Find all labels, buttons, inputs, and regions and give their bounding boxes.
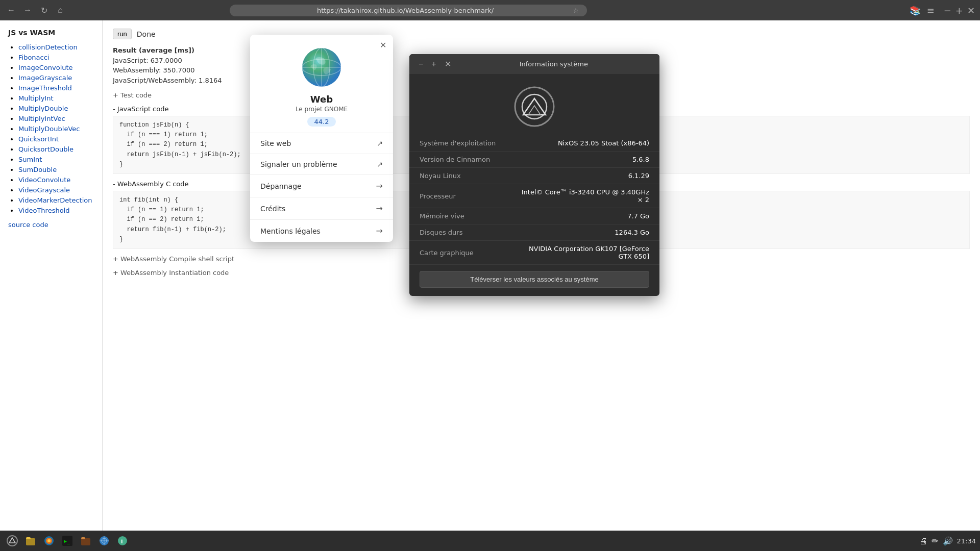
about-close-button[interactable]: ✕ [377, 39, 389, 51]
fibonacci-link[interactable]: Fibonacci [18, 54, 49, 61]
sumdouble-link[interactable]: SumDouble [18, 166, 57, 173]
svg-rect-15 [81, 538, 90, 545]
minimize-window-icon[interactable]: − [944, 5, 951, 16]
list-item: MultiplyIntVec [18, 114, 94, 122]
list-item: MultiplyDoubleVec [18, 124, 94, 133]
row-label: Système d'exploitation [409, 135, 509, 152]
list-item: SumInt [18, 155, 94, 163]
close-window-icon[interactable]: ✕ [967, 5, 975, 16]
bookmark-icon[interactable]: ☆ [573, 7, 579, 14]
hamburger-icon[interactable]: ≡ [927, 5, 935, 16]
about-report-item[interactable]: Signaler un problème ↗ [250, 154, 393, 174]
multiplydouble-link[interactable]: MultiplyDouble [18, 105, 68, 112]
address-bar[interactable]: https://takahirox.github.io/WebAssembly-… [230, 5, 587, 16]
row-label: Processeur [409, 184, 509, 208]
source-code-link[interactable]: source code [8, 221, 48, 229]
home-button[interactable]: ⌂ [54, 4, 66, 16]
quicksortdouble-link[interactable]: QuicksortDouble [18, 145, 74, 153]
sysinfo-maximize-button[interactable]: + [428, 58, 439, 70]
table-row: Version de Cinnamon 5.6.8 [409, 152, 659, 168]
upload-button[interactable]: Téléverser les valeurs associés au systè… [420, 271, 649, 288]
maximize-window-icon[interactable]: + [955, 5, 963, 16]
about-legal-item[interactable]: Mentions légales → [250, 219, 393, 242]
multiplydoublevec-link[interactable]: MultiplyDoubleVec [18, 125, 80, 133]
site-web-icon: ↗ [377, 139, 383, 147]
imagethreshold-link[interactable]: ImageThreshold [18, 84, 72, 92]
run-bar: run Done [113, 29, 970, 39]
videoconvolute-link[interactable]: VideoConvolute [18, 176, 70, 184]
firefox-taskbar-icon[interactable] [41, 533, 57, 549]
sumint-link[interactable]: SumInt [18, 156, 42, 163]
imagegrayscale-link[interactable]: ImageGrayscale [18, 74, 72, 82]
imageconvolute-link[interactable]: ImageConvolute [18, 64, 73, 71]
edit-icon[interactable]: ✏ [932, 536, 938, 546]
sidebar-title: JS vs WASM [8, 29, 94, 37]
report-label: Signaler un problème [260, 160, 337, 168]
collision-link[interactable]: collisionDetection [18, 43, 78, 51]
about-app-name: Web [310, 94, 333, 105]
list-item: ImageThreshold [18, 84, 94, 92]
sysinfo-dialog: − + ✕ Information système Système d'expl… [409, 54, 659, 296]
list-item: collisionDetection [18, 43, 94, 51]
table-row: Mémoire vive 7.7 Go [409, 208, 659, 224]
sysinfo-minimize-button[interactable]: − [415, 58, 426, 70]
sysinfo-win-btns: − + ✕ [415, 58, 454, 70]
videograyscale-link[interactable]: VideoGrayscale [18, 186, 70, 194]
taskbar: ▶_ i 🖨 ✏ 🔊 21:34 [0, 531, 980, 551]
row-label: Disques durs [409, 224, 509, 241]
legal-arrow-icon: → [376, 226, 383, 236]
svg-point-5 [515, 87, 554, 126]
cinnamon-logo [514, 86, 555, 127]
sysinfo-table: Système d'exploitation NixOS 23.05 Stoat… [409, 135, 659, 265]
multiplyintvec-link[interactable]: MultiplyIntVec [18, 115, 65, 122]
web-browser-taskbar-icon[interactable] [96, 533, 112, 549]
window-controls: − + ✕ [939, 5, 975, 16]
row-label: Mémoire vive [409, 208, 509, 224]
about-app-subtitle: Le projet GNOME [296, 106, 348, 113]
status-text: Done [137, 30, 156, 38]
list-item: MultiplyInt [18, 94, 94, 102]
table-row: Processeur Intel© Core™ i3-3240 CPU @ 3.… [409, 184, 659, 208]
forward-button[interactable]: → [21, 4, 34, 16]
multiplyint-link[interactable]: MultiplyInt [18, 94, 54, 102]
videomarkerdetection-link[interactable]: VideoMarkerDetection [18, 196, 92, 204]
row-label: Version de Cinnamon [409, 152, 509, 168]
table-row: Noyau Linux 6.1.29 [409, 168, 659, 184]
info-taskbar-icon[interactable]: i [114, 533, 131, 549]
about-dialog: ✕ Web Le projet GNOME 44.2 Site [250, 35, 393, 242]
sysinfo-logo [409, 74, 659, 135]
sysinfo-title: Information système [454, 60, 653, 68]
svg-text:▶_: ▶_ [64, 538, 70, 544]
about-header: Web Le projet GNOME 44.2 [250, 35, 393, 133]
svg-rect-16 [81, 537, 85, 539]
quicksortint-link[interactable]: QuicksortInt [18, 135, 59, 143]
site-web-label: Site web [260, 139, 291, 147]
table-row: Carte graphique NVIDIA Corporation GK107… [409, 241, 659, 265]
row-value: 7.7 Go [509, 208, 659, 224]
about-site-web-item[interactable]: Site web ↗ [250, 133, 393, 154]
list-item: QuicksortInt [18, 135, 94, 143]
library-icon[interactable]: 📚 [910, 5, 921, 16]
files-taskbar-icon[interactable] [78, 533, 94, 549]
print-icon[interactable]: 🖨 [919, 536, 927, 546]
list-item: ImageGrayscale [18, 73, 94, 82]
svg-text:i: i [121, 537, 123, 545]
about-credits-item[interactable]: Crédits → [250, 197, 393, 219]
videothreshold-link[interactable]: VideoThreshold [18, 207, 70, 214]
list-item: VideoConvolute [18, 176, 94, 184]
table-row: Système d'exploitation NixOS 23.05 Stoat… [409, 135, 659, 152]
sysinfo-close-button[interactable]: ✕ [442, 58, 454, 70]
refresh-button[interactable]: ↻ [38, 4, 50, 16]
back-button[interactable]: ← [5, 4, 17, 16]
cinnamon-menu-icon[interactable] [4, 533, 20, 549]
clock: 21:34 [957, 537, 976, 545]
troubleshoot-arrow-icon: → [376, 181, 383, 191]
terminal-taskbar-icon[interactable]: ▶_ [59, 533, 76, 549]
legal-label: Mentions légales [260, 227, 321, 235]
file-manager-icon[interactable] [22, 533, 39, 549]
volume-icon[interactable]: 🔊 [943, 536, 953, 546]
list-item: QuicksortDouble [18, 145, 94, 153]
about-troubleshoot-item[interactable]: Dépannage → [250, 174, 393, 197]
sysinfo-titlebar: − + ✕ Information système [409, 54, 659, 74]
run-button[interactable]: run [113, 29, 132, 39]
